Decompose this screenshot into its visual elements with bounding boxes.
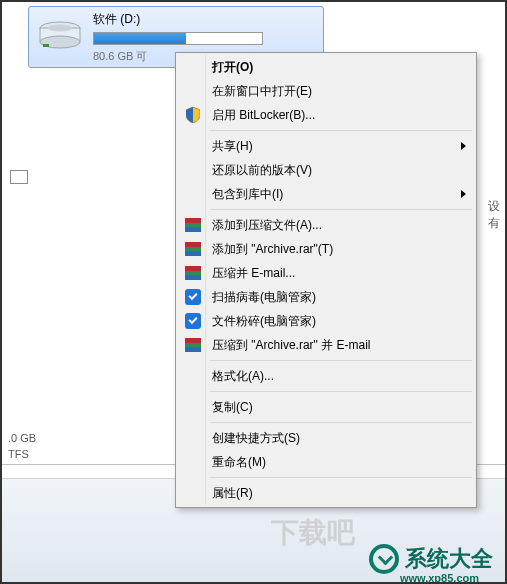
drive-usage-fill	[94, 33, 186, 44]
menu-label: 文件粉碎(电脑管家)	[212, 313, 316, 330]
menu-label: 压缩并 E-mail...	[212, 265, 295, 282]
qqguard-icon	[184, 312, 202, 330]
menu-compress-to-email[interactable]: 压缩到 "Archive.rar" 并 E-mail	[178, 333, 474, 357]
menu-label: 添加到压缩文件(A)...	[212, 217, 322, 234]
menu-separator	[210, 422, 472, 423]
menu-label: 添加到 "Archive.rar"(T)	[212, 241, 333, 258]
watermark-secondary: 下载吧	[271, 514, 355, 552]
rar-icon	[184, 240, 202, 258]
menu-label: 打开(O)	[212, 59, 253, 76]
menu-share[interactable]: 共享(H)	[178, 134, 474, 158]
menu-file-shred[interactable]: 文件粉碎(电脑管家)	[178, 309, 474, 333]
drive-icon	[37, 20, 83, 54]
svg-point-3	[48, 25, 72, 32]
watermark: 系统大全 www.xp85.com	[369, 544, 493, 574]
rar-icon	[184, 216, 202, 234]
context-menu: 打开(O) 在新窗口中打开(E) 启用 BitLocker(B)... 共享(H…	[175, 52, 477, 508]
details-pane: .0 GB TFS	[8, 430, 36, 462]
menu-restore-versions[interactable]: 还原以前的版本(V)	[178, 158, 474, 182]
explorer-window: 软件 (D:) 80.6 GB 可 设有 .0 GB TFS 打开(O) 在新窗…	[2, 2, 505, 582]
menu-label: 复制(C)	[212, 399, 253, 416]
menu-open[interactable]: 打开(O)	[178, 55, 474, 79]
detail-size: .0 GB	[8, 430, 36, 446]
menu-label: 压缩到 "Archive.rar" 并 E-mail	[212, 337, 371, 354]
menu-add-to-rar[interactable]: 添加到 "Archive.rar"(T)	[178, 237, 474, 261]
chevron-right-icon	[461, 142, 466, 150]
menu-open-new-window[interactable]: 在新窗口中打开(E)	[178, 79, 474, 103]
menu-rename[interactable]: 重命名(M)	[178, 450, 474, 474]
menu-label: 重命名(M)	[212, 454, 266, 471]
svg-rect-4	[43, 44, 49, 47]
menu-format[interactable]: 格式化(A)...	[178, 364, 474, 388]
drive-label: 软件 (D:)	[93, 11, 263, 30]
chevron-right-icon	[461, 190, 466, 198]
menu-label: 包含到库中(I)	[212, 186, 283, 203]
menu-add-archive[interactable]: 添加到压缩文件(A)...	[178, 213, 474, 237]
menu-separator	[210, 209, 472, 210]
right-truncated-text: 设有	[488, 198, 505, 232]
qqguard-icon	[184, 288, 202, 306]
watermark-url: www.xp85.com	[400, 572, 479, 584]
menu-create-shortcut[interactable]: 创建快捷方式(S)	[178, 426, 474, 450]
checkbox-truncated[interactable]	[10, 170, 28, 184]
menu-separator	[210, 360, 472, 361]
menu-label: 扫描病毒(电脑管家)	[212, 289, 316, 306]
menu-label: 共享(H)	[212, 138, 253, 155]
menu-separator	[210, 477, 472, 478]
menu-properties[interactable]: 属性(R)	[178, 481, 474, 505]
menu-label: 在新窗口中打开(E)	[212, 83, 312, 100]
menu-label: 创建快捷方式(S)	[212, 430, 300, 447]
menu-copy[interactable]: 复制(C)	[178, 395, 474, 419]
watermark-icon	[369, 544, 399, 574]
menu-compress-email[interactable]: 压缩并 E-mail...	[178, 261, 474, 285]
watermark-text: 系统大全	[405, 544, 493, 574]
menu-scan-virus[interactable]: 扫描病毒(电脑管家)	[178, 285, 474, 309]
rar-icon	[184, 336, 202, 354]
menu-separator	[210, 130, 472, 131]
rar-icon	[184, 264, 202, 282]
menu-bitlocker[interactable]: 启用 BitLocker(B)...	[178, 103, 474, 127]
menu-label: 属性(R)	[212, 485, 253, 502]
detail-fs: TFS	[8, 446, 36, 462]
menu-label: 启用 BitLocker(B)...	[212, 107, 315, 124]
shield-icon	[184, 106, 202, 124]
menu-include-library[interactable]: 包含到库中(I)	[178, 182, 474, 206]
menu-label: 格式化(A)...	[212, 368, 274, 385]
menu-label: 还原以前的版本(V)	[212, 162, 312, 179]
menu-separator	[210, 391, 472, 392]
drive-usage-bar	[93, 32, 263, 45]
